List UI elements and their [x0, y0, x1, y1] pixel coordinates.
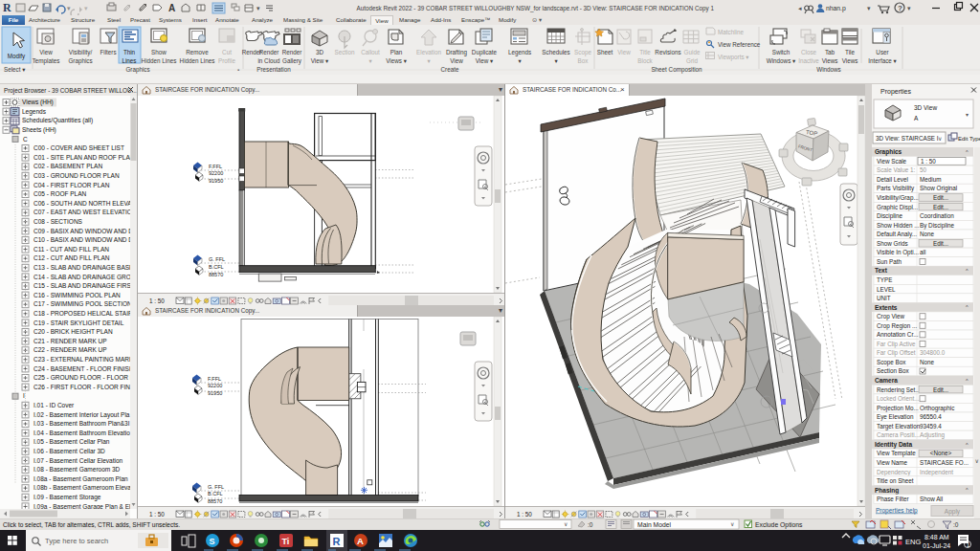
svg-text:▾: ▾	[368, 57, 372, 64]
svg-text:C06 - SOUTH AND NORTH ELEVATI: C06 - SOUTH AND NORTH ELEVATI	[33, 200, 137, 207]
svg-text::0: :0	[588, 521, 593, 528]
svg-text:R: R	[3, 1, 11, 14]
svg-text:∨: ∨	[938, 136, 942, 142]
svg-text:Scope: Scope	[574, 49, 591, 56]
svg-text:◂: ◂	[798, 5, 802, 11]
svg-text:Far Clip Active: Far Clip Active	[877, 341, 916, 348]
svg-text:Sheets (HH): Sheets (HH)	[22, 126, 56, 134]
svg-text:C12 - CUT AND FILL PLAN: C12 - CUT AND FILL PLAN	[33, 254, 110, 261]
svg-text:Switch: Switch	[772, 49, 791, 55]
svg-text:None: None	[920, 231, 935, 237]
svg-text:▾: ▾	[907, 5, 911, 11]
svg-text:▾: ▾	[554, 57, 558, 64]
svg-text:C00 - COVER AND SHEET LIST: C00 - COVER AND SHEET LIST	[33, 144, 124, 151]
svg-text:Text: Text	[875, 267, 888, 274]
svg-text:C16 - SWIMMING POOL PLAN: C16 - SWIMMING POOL PLAN	[33, 292, 121, 298]
svg-text:Plan: Plan	[390, 49, 403, 55]
svg-text:3D View: 3D View	[914, 104, 937, 111]
svg-text:C03 - GROUND FLOOR PLAN: C03 - GROUND FLOOR PLAN	[33, 172, 120, 179]
svg-text:Legends: Legends	[22, 108, 47, 116]
svg-text:Visibility/: Visibility/	[69, 49, 93, 56]
svg-text:I.07 - Basement Cellar Elevati: I.07 - Basement Cellar Elevation	[33, 457, 123, 464]
svg-text:LEVEL: LEVEL	[877, 286, 896, 293]
svg-text:Windows ▾: Windows ▾	[767, 57, 796, 64]
svg-text:1 : 50: 1 : 50	[149, 511, 165, 518]
svg-text:Interface ▾: Interface ▾	[868, 57, 897, 64]
svg-text:▪: ▪	[237, 67, 239, 73]
svg-text:Create: Create	[441, 66, 459, 73]
svg-text:91950: 91950	[209, 178, 223, 184]
svg-text:in Cloud: in Cloud	[257, 57, 280, 64]
svg-text:^: ^	[966, 149, 969, 155]
svg-text:Far Clip Offset: Far Clip Offset	[877, 349, 916, 357]
svg-text:Sun Path: Sun Path	[877, 258, 902, 265]
svg-text:▾: ▾	[84, 5, 88, 11]
svg-text:nhan.p: nhan.p	[826, 5, 846, 12]
svg-text:I.04 - Basement Bathroom Eleva: I.04 - Basement Bathroom Elevatio	[33, 430, 130, 436]
svg-text:By Discipline: By Discipline	[920, 222, 955, 230]
svg-text:Views ▾: Views ▾	[386, 57, 407, 64]
svg-text:Show Grids: Show Grids	[877, 240, 908, 247]
svg-text:Schedules/Quantities (all): Schedules/Quantities (all)	[22, 117, 93, 124]
svg-text:View: View	[617, 49, 631, 55]
svg-text:C09 - BASIX AND WINDOW AND D: C09 - BASIX AND WINDOW AND D	[33, 228, 133, 234]
svg-text:C01 - SITE PLAN AND ROOF PLAN: C01 - SITE PLAN AND ROOF PLAN	[33, 154, 135, 161]
svg-text:1: 1	[967, 541, 970, 548]
svg-text:View: View	[39, 49, 53, 55]
svg-text:Sheet: Sheet	[597, 49, 613, 55]
svg-text:Extents: Extents	[875, 304, 898, 311]
svg-text:88570: 88570	[209, 272, 223, 277]
svg-text:C05 - ROOF PLAN: C05 - ROOF PLAN	[33, 190, 87, 197]
svg-text:User: User	[876, 49, 888, 55]
svg-text:UNIT: UNIT	[877, 295, 891, 301]
svg-text:Dependency: Dependency	[877, 469, 911, 476]
svg-text:all: all	[920, 249, 925, 255]
svg-text:Edit Type: Edit Type	[958, 136, 980, 142]
svg-text:Profile: Profile	[218, 57, 235, 64]
svg-text:I.09 - Basement Storage: I.09 - Basement Storage	[33, 494, 101, 501]
svg-text:Phasing: Phasing	[875, 487, 899, 495]
svg-text:Views: Views	[842, 57, 858, 64]
svg-text:Modify: Modify	[8, 53, 26, 60]
svg-text:^: ^	[966, 378, 969, 384]
svg-text:Guide: Guide	[684, 49, 701, 55]
svg-text:▾: ▾	[67, 5, 71, 11]
svg-text:B.CFL: B.CFL	[209, 264, 224, 270]
svg-text:A: A	[168, 3, 175, 13]
svg-text:Section Box: Section Box	[877, 367, 909, 374]
svg-text:C25 - GROUND FLOOR - FLOOR FII: C25 - GROUND FLOOR - FLOOR FII	[33, 374, 137, 381]
svg-text:^: ^	[966, 442, 969, 448]
svg-text:Hidden Lines: Hidden Lines	[142, 57, 177, 64]
svg-text:C17 - SWIMMING POOL SECTION: C17 - SWIMMING POOL SECTION	[33, 300, 132, 307]
svg-text:Apply: Apply	[945, 508, 961, 516]
svg-text:Edit...: Edit...	[933, 194, 948, 201]
svg-text:C04 - FIRST FLOOR PLAN: C04 - FIRST FLOOR PLAN	[33, 182, 110, 188]
svg-text:Adjusting: Adjusting	[920, 431, 945, 439]
svg-text:Show Hidden ...: Show Hidden ...	[877, 222, 920, 229]
svg-text:Parts Visibility: Parts Visibility	[877, 185, 915, 192]
svg-text:1 : 50: 1 : 50	[921, 158, 936, 165]
svg-text:Title: Title	[639, 49, 651, 55]
svg-text:I.01 - ID Cover: I.01 - ID Cover	[33, 402, 75, 408]
svg-text:Viewports ▾: Viewports ▾	[718, 54, 749, 61]
svg-text:Presentation: Presentation	[256, 66, 291, 73]
svg-text:∨: ∨	[730, 521, 734, 527]
svg-text:Duplicate: Duplicate	[472, 49, 498, 56]
svg-text:Camera: Camera	[875, 377, 898, 384]
svg-text:Camera Positi...: Camera Positi...	[877, 431, 920, 438]
svg-text:01-Jul-24: 01-Jul-24	[923, 542, 950, 549]
svg-text:F.FFL: F.FFL	[209, 164, 222, 169]
svg-text:Visible In Opti...: Visible In Opti...	[877, 249, 919, 256]
svg-text::0: :0	[953, 521, 959, 528]
svg-text:Annotation Cr...: Annotation Cr...	[877, 331, 919, 338]
svg-text:Views: Views	[822, 57, 838, 64]
svg-text:Section: Section	[334, 49, 355, 55]
svg-text:Graphics: Graphics	[125, 66, 149, 74]
svg-text:C07 - EAST AND WEST ELEVATION: C07 - EAST AND WEST ELEVATION	[33, 209, 137, 215]
svg-text:F.FFL: F.FFL	[208, 376, 221, 382]
svg-text:Revisions: Revisions	[655, 49, 680, 55]
svg-text:Coordination: Coordination	[920, 212, 954, 219]
svg-text:Identity Data: Identity Data	[875, 441, 912, 449]
svg-text:Filters: Filters	[100, 49, 116, 55]
svg-text:C08 - SECTIONS: C08 - SECTIONS	[33, 218, 83, 225]
